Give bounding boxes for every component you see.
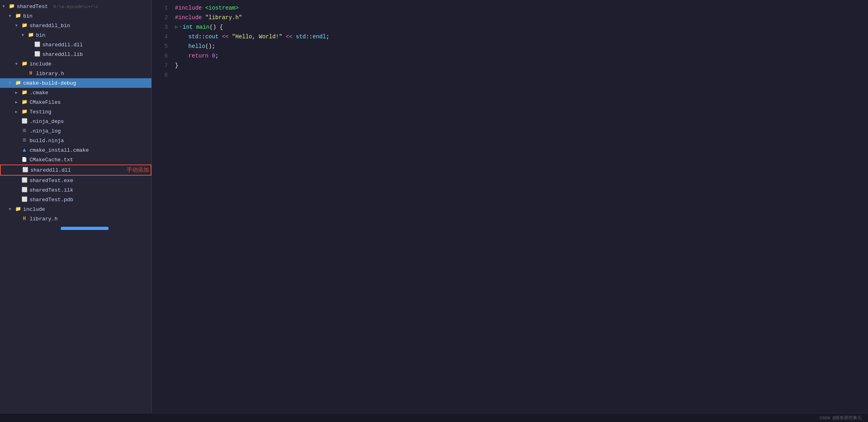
fold-arrow-3[interactable]: ▾ <box>179 22 182 32</box>
token-1-2 <box>202 3 205 13</box>
bin-inner-label: bin <box>36 32 150 38</box>
tree-item-cmakecache[interactable]: 📄 CMakeCache.txt <box>0 155 151 164</box>
bin-arrow <box>9 14 14 18</box>
library-h1-file-icon: H <box>27 70 34 77</box>
tree-item-sharedtest-pdb[interactable]: ⬜ sharedTest.pdb <box>0 195 151 204</box>
root-folder-icon: 📁 <box>8 3 15 10</box>
bin-inner-folder-icon: 📁 <box>27 32 34 39</box>
token-4-8: :: <box>306 32 313 42</box>
tree-item-cmake-install[interactable]: ▲ cmake_install.cmake <box>0 145 151 155</box>
token-7-1: } <box>175 61 178 70</box>
shareddll-dll2-file-icon: ⬜ <box>22 166 29 174</box>
line-numbers: 1 2 3 4 5 6 7 8 <box>152 3 172 80</box>
cmake-arrow <box>15 90 21 95</box>
tree-item-shareddll-bin[interactable]: 📁 shareddll_bin <box>0 21 151 30</box>
token-5-2: (); <box>205 42 215 51</box>
line-num-8: 8 <box>156 70 168 80</box>
token-1-1: #include <box>175 3 202 13</box>
status-attribution: CSDN @摸鱼那些事儿 <box>819 415 862 421</box>
token-4-3: cout <box>205 32 219 42</box>
token-6-1: return <box>189 51 209 61</box>
line-num-6: 6 <box>156 51 168 61</box>
testing-label: Testing <box>30 109 150 115</box>
shareddll-dll2-label: shareddll.dll <box>30 167 123 173</box>
ninja-deps-label: .ninja_deps <box>30 119 150 125</box>
tree-item-shareddll-dll2[interactable]: ⬜ shareddll.dll 手动添加 <box>0 164 151 176</box>
tree-item-cmake[interactable]: 📁 .cmake <box>0 88 151 97</box>
include1-label: include <box>30 61 150 67</box>
tree-item-ninja-deps[interactable]: ⬜ .ninja_deps <box>0 117 151 126</box>
token-4-7: std <box>296 32 306 42</box>
token-3-1: int <box>183 22 193 32</box>
token-5-indent <box>175 42 189 51</box>
ninja-log-label: .ninja_log <box>30 128 150 134</box>
tree-root[interactable]: 📁 sharedTest D:\a-mycode\c++\c <box>0 2 151 11</box>
cmake-install-label: cmake_install.cmake <box>30 147 150 153</box>
tree-item-library-h2[interactable]: H library.h <box>0 214 151 224</box>
file-tree-sidebar: 📁 sharedTest D:\a-mycode\c++\c 📁 bin 📁 s… <box>0 0 152 413</box>
root-label: sharedTest D:\a-mycode\c++\c <box>17 4 150 10</box>
code-lines: #include <iostream> #include "library.h"… <box>172 3 868 80</box>
tree-item-cmakefiles[interactable]: 📁 CMakeFiles <box>0 97 151 107</box>
cmake-build-debug-folder-icon: 📁 <box>14 79 22 87</box>
bin-label: bin <box>23 13 150 19</box>
tree-item-build-ninja[interactable]: ≡ build.ninja <box>0 136 151 145</box>
token-6-3: 0 <box>212 51 215 61</box>
code-line-8 <box>175 70 865 80</box>
manual-add-annotation: 手动添加 <box>127 166 149 174</box>
tree-item-include2[interactable]: 📁 include <box>0 204 151 214</box>
tree-item-testing[interactable]: 📁 Testing <box>0 107 151 117</box>
include1-folder-icon: 📁 <box>21 60 28 67</box>
shareddll-dll-file-icon: ⬜ <box>34 41 41 48</box>
code-line-2: #include "library.h" <box>175 13 865 22</box>
tree-item-ninja-log[interactable]: ≡ .ninja_log <box>0 126 151 136</box>
cmake-label: .cmake <box>30 90 150 96</box>
token-5-1: hello <box>189 42 205 51</box>
cmakefiles-folder-icon: 📁 <box>21 99 28 106</box>
scrollbar-thumb[interactable] <box>61 227 109 230</box>
token-2-1: #include <box>175 13 202 22</box>
tree-item-bin-inner[interactable]: 📁 bin <box>0 30 151 40</box>
main-container: 📁 sharedTest D:\a-mycode\c++\c 📁 bin 📁 s… <box>0 0 868 413</box>
library-h2-file-icon: H <box>21 215 28 222</box>
sharedtest-pdb-file-icon: ⬜ <box>21 196 28 203</box>
tree-item-shareddll-dll[interactable]: ⬜ shareddll.dll <box>0 40 151 50</box>
shareddll-bin-folder-icon: 📁 <box>21 22 28 29</box>
token-3-2 <box>193 22 196 32</box>
tree-item-sharedtest-exe[interactable]: ⬜ sharedTest.exe <box>0 176 151 185</box>
tree-item-bin[interactable]: 📁 bin <box>0 11 151 21</box>
line-num-5: 5 <box>156 42 168 51</box>
token-4-indent <box>175 32 189 42</box>
shareddll-lib-label: shareddll.lib <box>42 52 150 57</box>
cmake-build-debug-arrow <box>9 81 14 85</box>
testing-folder-icon: 📁 <box>21 108 28 115</box>
shareddll-dll-label: shareddll.dll <box>42 42 150 48</box>
include2-arrow <box>9 207 14 212</box>
cmake-build-debug-label: cmake-build-debug <box>23 80 150 86</box>
code-line-4: std :: cout << "Hello, World!" << std ::… <box>175 32 865 42</box>
cmakecache-label: CMakeCache.txt <box>30 157 150 163</box>
tree-item-include1[interactable]: 📁 include <box>0 59 151 69</box>
sharedtest-ilk-label: sharedTest.ilk <box>30 187 150 193</box>
code-editor[interactable]: 1 2 3 4 5 6 7 8 #include <iostream> #inc… <box>152 0 868 413</box>
testing-arrow <box>15 109 21 114</box>
token-6-indent <box>175 51 189 61</box>
cmakecache-file-icon: 📄 <box>21 156 28 163</box>
sharedtest-ilk-file-icon: ⬜ <box>21 186 28 194</box>
tree-item-sharedtest-ilk[interactable]: ⬜ sharedTest.ilk <box>0 185 151 195</box>
status-bar: CSDN @摸鱼那些事儿 <box>0 413 868 422</box>
cmake-install-file-icon: ▲ <box>21 147 28 154</box>
code-line-6: return 0 ; <box>175 51 865 61</box>
code-line-1: #include <iostream> <box>175 3 865 13</box>
shareddll-bin-arrow <box>15 24 21 28</box>
line-num-1: 1 <box>156 3 168 13</box>
build-ninja-label: build.ninja <box>30 138 150 144</box>
tree-item-library-h1[interactable]: H library.h <box>0 69 151 78</box>
token-8-1 <box>175 70 178 80</box>
tree-item-cmake-build-debug[interactable]: 📁 cmake-build-debug <box>0 78 151 88</box>
root-arrow <box>2 4 8 9</box>
tree-item-shareddll-lib[interactable]: ⬜ shareddll.lib <box>0 50 151 59</box>
include2-folder-icon: 📁 <box>14 206 22 213</box>
sharedtest-exe-label: sharedTest.exe <box>30 178 150 184</box>
scrollbar[interactable] <box>0 227 151 230</box>
